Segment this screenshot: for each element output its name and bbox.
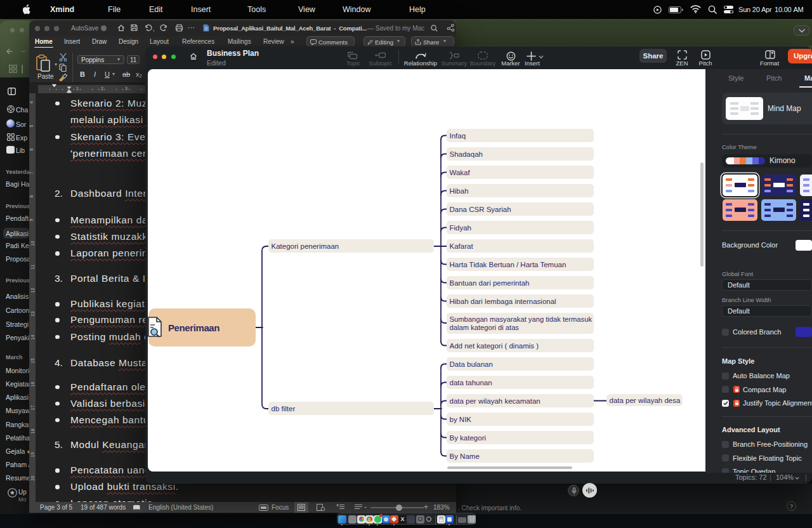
svg-text:📖: 📖 bbox=[133, 504, 141, 511]
